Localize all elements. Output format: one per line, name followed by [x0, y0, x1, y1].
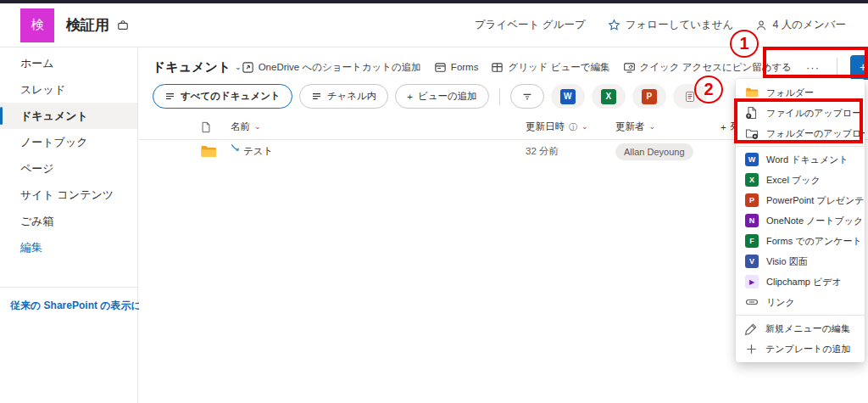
action-label: クイック アクセスにピン留めする — [640, 61, 792, 74]
sidebar-footer: 従来の SharePoint の表示に戻す — [0, 287, 137, 313]
sidebar-item-edit[interactable]: 編集 — [0, 234, 137, 260]
filter-pill[interactable] — [510, 84, 544, 109]
menu-item-label: Word ドキュメント — [766, 154, 849, 166]
create-or-upload-button[interactable]: + 作成またはアップロード — [850, 55, 868, 80]
sidebar-item-threads[interactable]: スレッド — [0, 76, 137, 103]
excel-icon: X — [745, 173, 759, 187]
powerpoint-icon: P — [642, 89, 657, 104]
menu-item-label: リンク — [766, 296, 795, 309]
chevron-down-icon: ⌄ — [254, 123, 261, 131]
star-icon — [608, 19, 620, 31]
add-onedrive-shortcut-button[interactable]: OneDrive へのショートカットの追加 — [242, 61, 421, 74]
file-type-column[interactable] — [200, 121, 231, 133]
menu-item-onenote[interactable]: N OneNote ノートブック — [736, 210, 865, 231]
menu-item-forms[interactable]: F Forms でのアンケート — [736, 231, 865, 251]
info-icon: ⓘ — [569, 121, 577, 133]
menu-item-clipchamp[interactable]: ▶ Clipchamp ビデオ — [736, 271, 865, 292]
menu-item-add-template[interactable]: テンプレートの追加 — [736, 339, 865, 359]
survey-filter-pill[interactable] — [673, 84, 707, 109]
modified-by-cell: Allan Deyoung — [615, 143, 721, 160]
sidebar-item-notebook[interactable]: ノートブック — [0, 129, 137, 155]
plus-icon: + — [721, 122, 726, 132]
column-label: 更新日時 — [526, 120, 565, 133]
library-title: ドキュメント — [153, 59, 231, 76]
column-name[interactable]: 名前 ⌄ — [231, 120, 526, 133]
powerpoint-filter-pill[interactable]: P — [632, 84, 666, 109]
menu-item-label: Excel ブック — [766, 174, 821, 187]
menu-item-label: PowerPoint プレゼンテーション — [766, 194, 865, 207]
menu-item-edit-new-menu[interactable]: 新規メニューの編集 — [736, 318, 865, 339]
menu-item-file-upload[interactable]: ファイルのアップロード — [736, 103, 865, 123]
menu-item-visio[interactable]: V Visio 図面 — [736, 251, 865, 271]
menu-item-folder-upload[interactable]: フォルダーのアップロード — [736, 123, 865, 143]
header-right: プライベート グループ フォローしていません 4 人のメンバー — [475, 18, 846, 32]
edit-grid-view-button[interactable]: グリッド ビューで編集 — [491, 61, 609, 74]
create-upload-dropdown-menu: フォルダー ファイルのアップロード フォルダーのアップロード W Word ドキ… — [736, 79, 865, 362]
folder-icon — [745, 87, 759, 98]
plus-icon: + — [407, 92, 413, 102]
word-filter-pill[interactable]: W — [551, 84, 585, 109]
view-pill-all-documents[interactable]: すべてのドキュメント — [153, 84, 292, 109]
private-site-icon — [117, 20, 129, 31]
grid-icon — [491, 61, 504, 74]
file-name-cell: テスト — [231, 143, 526, 160]
site-logo-initial: 検 — [31, 17, 44, 33]
forms-button[interactable]: Forms — [434, 61, 479, 74]
members-button[interactable]: 4 人のメンバー — [755, 18, 846, 32]
sidebar-item-label: ホーム — [20, 56, 54, 71]
new-item-sparkle-icon — [231, 143, 240, 153]
menu-item-word[interactable]: W Word ドキュメント — [736, 149, 865, 170]
menu-item-powerpoint[interactable]: P PowerPoint プレゼンテーション — [736, 190, 865, 210]
excel-filter-pill[interactable]: X — [592, 84, 626, 109]
pin-to-quick-access-button[interactable]: クイック アクセスにピン留めする — [623, 61, 792, 74]
pin-icon — [623, 61, 636, 74]
privacy-label: プライベート グループ — [475, 18, 586, 32]
menu-item-excel[interactable]: X Excel ブック — [736, 170, 865, 190]
menu-divider — [736, 315, 865, 316]
person-badge[interactable]: Allan Deyoung — [615, 143, 693, 160]
more-actions-button[interactable]: ··· — [804, 61, 821, 74]
library-title-dropdown[interactable]: ドキュメント ⌄ — [153, 59, 242, 76]
sidebar-item-pages[interactable]: ページ — [0, 155, 137, 182]
powerpoint-icon: P — [745, 193, 759, 207]
document-icon — [200, 121, 212, 133]
toolbar-divider — [837, 58, 837, 76]
menu-divider — [736, 146, 865, 147]
add-icon — [745, 343, 758, 355]
list-icon — [683, 90, 697, 104]
folder-upload-icon — [745, 126, 759, 140]
sidebar-item-site-contents[interactable]: サイト コンテンツ — [0, 182, 137, 208]
file-name[interactable]: テスト — [243, 145, 273, 158]
visio-icon: V — [745, 255, 759, 268]
site-logo[interactable]: 検 — [20, 8, 54, 42]
sidebar-item-home[interactable]: ホーム — [0, 50, 137, 76]
clipchamp-icon: ▶ — [745, 275, 759, 288]
word-icon: W — [745, 153, 759, 166]
menu-item-link[interactable]: リンク — [736, 292, 865, 312]
forms-toolbar-icon — [434, 61, 447, 74]
list-lines-icon — [164, 91, 175, 102]
sidebar-item-recycle-bin[interactable]: ごみ箱 — [0, 208, 137, 234]
sidebar-item-label: 編集 — [20, 240, 42, 255]
sidebar-item-documents[interactable]: ドキュメント — [0, 103, 137, 129]
onenote-icon: N — [745, 214, 759, 227]
menu-item-label: 新規メニューの編集 — [765, 322, 850, 335]
column-modified-by[interactable]: 更新者 ⌄ — [615, 120, 721, 133]
column-label: 名前 — [231, 120, 250, 133]
view-pill-in-channel[interactable]: チャネル内 — [299, 84, 389, 109]
list-lines-icon — [311, 91, 322, 102]
menu-item-folder[interactable]: フォルダー — [736, 82, 865, 103]
add-view-pill[interactable]: + ビューの追加 — [395, 84, 489, 109]
sidebar-item-label: ドキュメント — [20, 109, 88, 124]
modified-value: 32 分前 — [526, 145, 615, 158]
menu-item-label: ファイルのアップロード — [766, 107, 865, 120]
filter-icon — [521, 91, 533, 103]
link-icon — [745, 295, 759, 309]
sidebar-item-label: ページ — [20, 161, 54, 176]
people-icon — [755, 20, 767, 31]
sidebar: ホーム スレッド ドキュメント ノートブック ページ サイト コンテンツ ごみ箱… — [0, 48, 138, 403]
plus-icon: + — [860, 60, 866, 74]
shortcut-icon — [242, 61, 254, 74]
follow-button[interactable]: フォローしていません — [608, 18, 734, 32]
column-modified[interactable]: 更新日時 ⓘ ⌄ — [526, 120, 615, 133]
